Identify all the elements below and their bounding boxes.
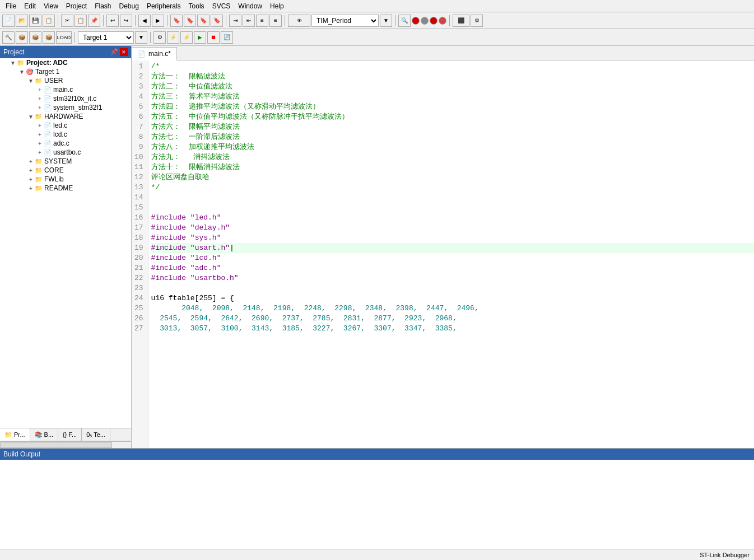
project-tree: ▼ 📁 Project: ADC ▼ 🎯 Target 1 ▼ 📁 USER bbox=[0, 58, 131, 428]
tree-item-stm32[interactable]: + 📄 stm32f10x_it.c bbox=[0, 94, 131, 103]
target-icon: 🎯 bbox=[26, 68, 34, 76]
menu-edit[interactable]: Edit bbox=[21, 2, 39, 11]
dropdown-arrow-btn[interactable]: ▼ bbox=[380, 15, 392, 27]
run-btn[interactable]: ▶ bbox=[194, 31, 206, 44]
nav-back-btn[interactable]: ◀ bbox=[138, 15, 151, 27]
menu-svcs[interactable]: SVCS bbox=[209, 2, 234, 11]
menu-window[interactable]: Window bbox=[235, 2, 266, 11]
sep6 bbox=[285, 15, 285, 26]
watch-btn[interactable]: 👁 bbox=[288, 15, 310, 27]
build-output: Build Output bbox=[0, 448, 754, 549]
stop-btn[interactable]: ⏹ bbox=[207, 31, 220, 44]
code-line-11: 方法十： 限幅消抖滤波法 bbox=[151, 162, 754, 172]
flash1-btn[interactable]: ⚡ bbox=[167, 31, 179, 44]
tree-item-target1[interactable]: ▼ 🎯 Target 1 bbox=[0, 67, 131, 76]
tab-templates[interactable]: 0₅ Te... bbox=[82, 428, 110, 441]
menu-flash[interactable]: Flash bbox=[91, 2, 114, 11]
indent-btn[interactable]: ⇥ bbox=[229, 15, 241, 27]
tree-item-led[interactable]: + 📄 led.c bbox=[0, 121, 131, 130]
build-output-content[interactable] bbox=[0, 460, 754, 549]
status-text: ST-Link Debugger bbox=[700, 552, 750, 558]
code-line-9: 方法八： 加权递推平均滤波法 bbox=[151, 142, 754, 152]
tree-item-usartbo[interactable]: + 📄 usartbo.c bbox=[0, 148, 131, 157]
open-btn[interactable]: 📂 bbox=[16, 15, 28, 27]
bookmark3-btn[interactable]: 🔖 bbox=[197, 15, 210, 27]
debug-options-btn[interactable]: ⚙ bbox=[153, 31, 166, 44]
load-btn[interactable]: LOAD bbox=[56, 31, 72, 44]
save-btn[interactable]: 💾 bbox=[29, 15, 41, 27]
file-icon-adc: 📄 bbox=[44, 140, 52, 147]
tree-label-hardware: HARDWARE bbox=[44, 113, 83, 120]
indent2-btn[interactable]: ≡ bbox=[256, 15, 268, 27]
reset-btn[interactable]: 🔄 bbox=[221, 31, 233, 44]
code-line-26: 2545, 2594, 2642, 2690, 2737, 2785, 2831… bbox=[151, 314, 754, 324]
cut-btn[interactable]: ✂ bbox=[61, 15, 73, 27]
menu-help[interactable]: Help bbox=[267, 2, 287, 11]
sep3 bbox=[135, 15, 136, 26]
code-line-7: 方法六： 限幅平均滤波法 bbox=[151, 122, 754, 132]
code-line-6: 方法五： 中位值平均滤波法（又称防脉冲干扰平均滤波法） bbox=[151, 112, 754, 122]
tim-period-dropdown[interactable]: TIM_Period bbox=[311, 15, 379, 27]
build3-btn[interactable]: 📦 bbox=[29, 31, 41, 44]
menu-file[interactable]: File bbox=[2, 2, 20, 11]
tree-item-hardware[interactable]: ▼ 📁 HARDWARE bbox=[0, 112, 131, 121]
folder-icon-user: 📁 bbox=[35, 77, 43, 85]
nav-fwd-btn[interactable]: ▶ bbox=[152, 15, 164, 27]
tool1-btn[interactable]: 🔍 bbox=[398, 15, 411, 27]
tree-item-project-root[interactable]: ▼ 📁 Project: ADC bbox=[0, 58, 131, 67]
tab-project[interactable]: 📁 Pr... bbox=[0, 428, 30, 441]
tool5-btn[interactable] bbox=[439, 17, 446, 25]
tree-item-fwlib[interactable]: + 📁 FWLib bbox=[0, 175, 131, 184]
menu-project[interactable]: Project bbox=[63, 2, 90, 11]
tab-functions[interactable]: {} F... bbox=[58, 428, 82, 441]
target-dropdown[interactable]: Target 1 bbox=[78, 31, 134, 44]
tool2-btn[interactable] bbox=[412, 17, 420, 25]
bookmark1-btn[interactable]: 🔖 bbox=[170, 15, 183, 27]
menu-view[interactable]: View bbox=[40, 2, 62, 11]
sidebar-close-btn[interactable]: ✕ bbox=[120, 48, 128, 56]
target-arrow-btn[interactable]: ▼ bbox=[135, 31, 147, 44]
toolbar2: 🔨 📦 📦 📦 LOAD Target 1 ▼ ⚙ ⚡ ⚡ ▶ ⏹ 🔄 bbox=[0, 29, 754, 46]
tree-item-lcd[interactable]: + 📄 lcd.c bbox=[0, 130, 131, 139]
tree-label-system: system_stm32f1 bbox=[53, 104, 102, 111]
flash2-btn[interactable]: ⚡ bbox=[180, 31, 193, 44]
tree-item-user[interactable]: ▼ 📁 USER bbox=[0, 76, 131, 85]
code-content[interactable]: /* 方法一： 限幅滤波法 方法二： 中位值滤波法 方法三： 算术平均滤波法 方… bbox=[148, 60, 754, 448]
sidebar-hscroll-thumb[interactable] bbox=[0, 442, 112, 448]
tool3-btn[interactable] bbox=[421, 17, 429, 25]
build4-btn[interactable]: 📦 bbox=[43, 31, 55, 44]
tree-item-main-c[interactable]: + 📄 main.c bbox=[0, 85, 131, 94]
new-btn[interactable]: 📄 bbox=[2, 15, 15, 27]
menu-tools[interactable]: Tools bbox=[185, 2, 208, 11]
save-all-btn[interactable]: 📋 bbox=[43, 15, 55, 27]
tree-item-system[interactable]: + 📄 system_stm32f1 bbox=[0, 103, 131, 112]
tree-item-system-folder[interactable]: + 📁 SYSTEM bbox=[0, 157, 131, 166]
code-line-1: /* bbox=[151, 62, 754, 72]
sidebar-bottom-tabs: 📁 Pr... 📚 B... {} F... 0₅ Te... bbox=[0, 428, 131, 441]
settings-btn[interactable]: ⚙ bbox=[471, 15, 483, 27]
tree-item-core[interactable]: + 📁 CORE bbox=[0, 166, 131, 175]
tree-item-readme[interactable]: + 📁 README bbox=[0, 184, 131, 193]
editor-tab-main-c[interactable]: 📄 main.c* bbox=[132, 47, 177, 60]
build-btn[interactable]: 🔨 bbox=[2, 31, 15, 44]
menu-peripherals[interactable]: Peripherals bbox=[143, 2, 184, 11]
layout-btn[interactable]: ⬛ bbox=[453, 15, 469, 27]
redo-btn[interactable]: ↪ bbox=[120, 15, 132, 27]
outdent2-btn[interactable]: ≡ bbox=[269, 15, 282, 27]
tree-label-adc: adc.c bbox=[53, 139, 69, 147]
tab-books[interactable]: 📚 B... bbox=[30, 428, 59, 441]
tree-item-adc[interactable]: + 📄 adc.c bbox=[0, 139, 131, 148]
file-icon-stm32: 📄 bbox=[44, 95, 52, 102]
bookmark4-btn[interactable]: 🔖 bbox=[211, 15, 223, 27]
outdent-btn[interactable]: ⇤ bbox=[243, 15, 255, 27]
copy-btn[interactable]: 📋 bbox=[75, 15, 87, 27]
bookmark2-btn[interactable]: 🔖 bbox=[184, 15, 196, 27]
paste-btn[interactable]: 📌 bbox=[88, 15, 100, 27]
build2-btn[interactable]: 📦 bbox=[16, 31, 28, 44]
file-icon-main-c: 📄 bbox=[44, 86, 52, 94]
tool4-btn[interactable] bbox=[430, 17, 437, 25]
undo-btn[interactable]: ↩ bbox=[106, 15, 119, 27]
code-line-24: u16 ftable[255] = { bbox=[151, 293, 754, 304]
pin-icon: 📌 bbox=[110, 48, 118, 56]
menu-debug[interactable]: Debug bbox=[116, 2, 142, 11]
